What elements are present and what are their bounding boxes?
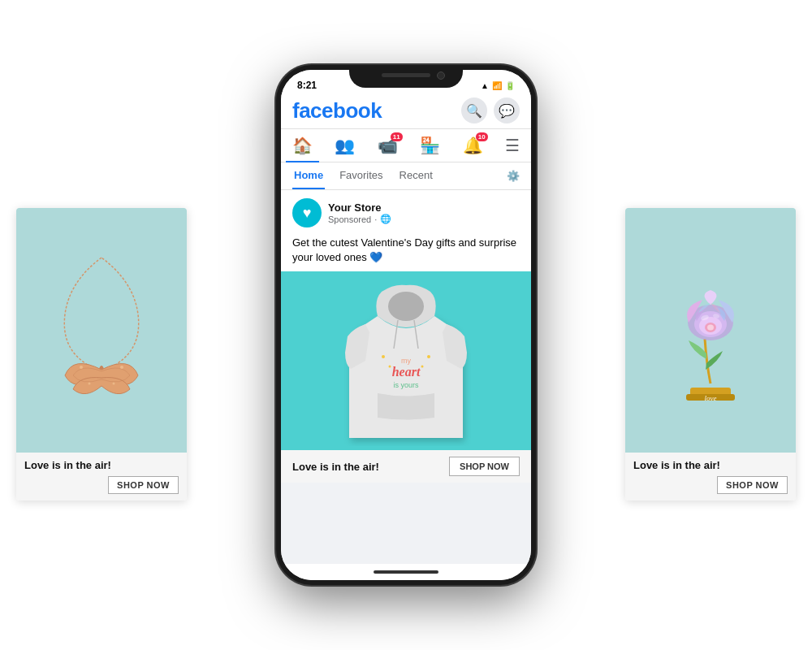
tab-recent[interactable]: Recent — [398, 162, 434, 189]
ad-footer-title: Love is in the air! — [292, 461, 379, 473]
hoodie-svg: my heart is yours — [341, 275, 471, 446]
ad-footer: Love is in the air! SHOP NOW — [281, 450, 531, 483]
phone-speaker — [382, 73, 430, 77]
fb-nav: 🏠 👥 📹 11 🏪 🔔 10 ☰ — [281, 129, 531, 162]
svg-point-1 — [80, 366, 83, 369]
left-card-image — [16, 208, 187, 453]
search-icon-button[interactable]: 🔍 — [461, 98, 487, 124]
sponsored-label: Sponsored · 🌐 — [328, 214, 391, 224]
home-icon: 🏠 — [292, 136, 313, 155]
left-shop-button[interactable]: SHOP NOW — [108, 476, 179, 494]
notifications-badge: 10 — [476, 132, 488, 141]
right-shop-button[interactable]: SHOP NOW — [717, 476, 788, 494]
nav-menu[interactable]: ☰ — [499, 132, 526, 158]
fb-header-icons: 🔍 💬 — [461, 98, 520, 124]
svg-text:is yours: is yours — [393, 381, 419, 389]
right-card-title: Love is in the air! — [633, 459, 788, 471]
right-card-image: love — [625, 208, 796, 453]
store-avatar: ♥ — [292, 198, 322, 228]
svg-point-13 — [389, 366, 391, 368]
svg-text:love: love — [705, 394, 717, 402]
tab-home[interactable]: Home — [292, 162, 325, 189]
svg-point-5 — [388, 292, 424, 321]
svg-point-11 — [382, 355, 385, 358]
video-badge: 11 — [391, 132, 403, 141]
search-icon: 🔍 — [466, 103, 482, 119]
marketplace-icon: 🏪 — [420, 136, 440, 155]
tab-favorites[interactable]: Favorites — [338, 162, 384, 189]
svg-point-3 — [89, 382, 91, 384]
phone: 8:21 ▲ 📶 🔋 facebook 🔍 💬 — [276, 65, 536, 585]
right-ad-card: love — [625, 208, 796, 500]
svg-point-4 — [113, 382, 115, 384]
status-icons: ▲ 📶 🔋 — [481, 81, 515, 90]
friends-icon: 👥 — [335, 136, 355, 155]
right-card-footer: Love is in the air! SHOP NOW — [625, 453, 796, 500]
fb-header: facebook 🔍 💬 — [281, 93, 531, 129]
nav-home[interactable]: 🏠 — [286, 132, 319, 158]
nav-marketplace[interactable]: 🏪 — [413, 132, 447, 158]
dot-separator: · — [374, 214, 377, 224]
signal-icon: 📶 — [492, 81, 502, 90]
svg-point-2 — [120, 366, 123, 369]
nav-notifications[interactable]: 🔔 10 — [456, 132, 490, 158]
ad-image: my heart is yours — [281, 271, 531, 450]
fb-feed[interactable]: ♥ Your Store Sponsored · 🌐 Get the cutes… — [281, 190, 531, 564]
svg-point-14 — [421, 366, 424, 368]
facebook-logo: facebook — [292, 98, 382, 124]
filter-icon[interactable]: ⚙️ — [507, 170, 520, 182]
phone-bottom-bar — [281, 564, 531, 580]
status-time: 8:21 — [297, 80, 317, 91]
left-ad-card: Love is in the air! SHOP NOW — [16, 208, 187, 500]
left-card-footer: Love is in the air! SHOP NOW — [16, 453, 187, 500]
svg-point-12 — [427, 355, 430, 358]
nav-video[interactable]: 📹 11 — [371, 132, 404, 158]
phone-camera — [437, 72, 445, 80]
svg-point-22 — [707, 324, 714, 330]
svg-text:heart: heart — [392, 365, 421, 379]
messenger-icon: 💬 — [499, 103, 515, 119]
wifi-icon: ▲ — [481, 81, 489, 90]
ad-shop-button[interactable]: SHOP NOW — [449, 457, 520, 476]
sponsored-text: Sponsored — [328, 214, 371, 224]
phone-screen: 8:21 ▲ 📶 🔋 facebook 🔍 💬 — [281, 70, 531, 580]
home-indicator[interactable] — [374, 570, 438, 574]
menu-icon: ☰ — [505, 136, 520, 155]
ad-header: ♥ Your Store Sponsored · 🌐 — [281, 190, 531, 232]
scene: Love is in the air! SHOP NOW 8:21 ▲ 📶 🔋 … — [8, 8, 804, 642]
messenger-icon-button[interactable]: 💬 — [494, 98, 520, 124]
store-name: Your Store — [328, 202, 391, 214]
heart-icon: ♥ — [303, 205, 312, 222]
battery-icon: 🔋 — [505, 81, 515, 90]
rose-svg: love — [658, 249, 763, 412]
ad-meta: Your Store Sponsored · 🌐 — [328, 202, 391, 224]
nav-friends[interactable]: 👥 — [328, 132, 361, 158]
ad-text: Get the cutest Valentine's Day gifts and… — [281, 232, 531, 271]
fb-tabs: Home Favorites Recent ⚙️ — [281, 162, 531, 190]
ad-card: ♥ Your Store Sponsored · 🌐 Get the cutes… — [281, 190, 531, 483]
butterfly-necklace-svg — [45, 249, 158, 412]
left-card-title: Love is in the air! — [24, 459, 179, 471]
globe-icon: 🌐 — [380, 214, 391, 224]
svg-text:my: my — [401, 357, 411, 365]
